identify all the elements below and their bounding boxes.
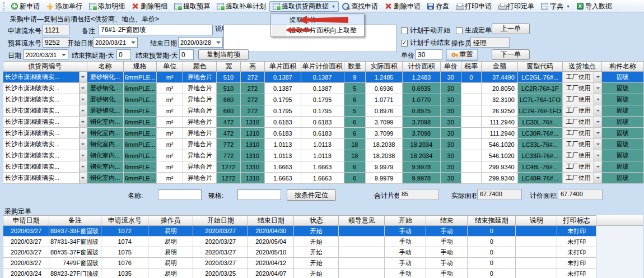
chevron-down-icon[interactable]	[594, 105, 601, 116]
copy-current-button[interactable]: 复制当前项	[198, 49, 249, 60]
cell-supplier[interactable]: 长沙市潇湘玻璃实...	[3, 173, 87, 184]
cell-width[interactable]: 472	[217, 128, 240, 139]
cell-note[interactable]	[516, 237, 557, 247]
cell-tax[interactable]	[461, 117, 482, 128]
cell-start[interactable]: 手动	[385, 258, 426, 268]
cell-qty[interactable]: 6	[344, 173, 366, 184]
cell-width[interactable]: 1272	[217, 161, 240, 173]
cell-color[interactable]: 异地合片	[183, 117, 217, 128]
next-order-button[interactable]: 下一单	[492, 49, 530, 60]
cell-unit-price[interactable]: 30	[440, 139, 461, 150]
toolbar-button-new-request[interactable]: 新申请	[8, 1, 43, 12]
cell-component[interactable]: 固玻	[602, 83, 644, 94]
cell-actual-area[interactable]: 3.7099	[366, 128, 403, 139]
cell-amount[interactable]: 20.8050	[482, 83, 517, 94]
cell-color[interactable]: 异地合片	[183, 139, 217, 150]
cell-remark[interactable]: 74#9F窗固玻	[49, 258, 101, 268]
unit-price-field[interactable]	[416, 49, 442, 60]
cell-component[interactable]: 固玻	[602, 117, 644, 128]
cell-spec[interactable]: 6mmPLE...	[123, 72, 156, 83]
cell-piece-area[interactable]: 1.0113	[265, 139, 301, 150]
cell-spec[interactable]: 6mmPLE...	[123, 117, 156, 128]
cell-tax[interactable]	[461, 94, 482, 105]
cell-remark[interactable]: 89#37-39F窗固玻	[49, 226, 101, 237]
cell-tax[interactable]: 0	[461, 72, 482, 83]
cell-end[interactable]: 手动	[426, 226, 468, 237]
cell-actual-area[interactable]: 9.9979	[366, 161, 403, 173]
cell-note[interactable]	[516, 258, 557, 268]
cell-tax[interactable]	[461, 150, 482, 161]
cell-name[interactable]: 磨砂钢化...	[87, 105, 123, 117]
generate-order-checkbox[interactable]: 生成定单	[456, 26, 492, 35]
chevron-down-icon[interactable]	[594, 94, 601, 105]
cell-unit[interactable]: m²	[157, 150, 183, 161]
cell-spec[interactable]: 6mmPLE...	[123, 83, 156, 94]
cell-unit-price[interactable]: 30	[440, 94, 461, 105]
column-header-apply-date[interactable]: 申请日期	[3, 216, 49, 226]
cell-width[interactable]: 510	[217, 83, 240, 94]
cell-unit[interactable]: m²	[157, 72, 183, 83]
cell-window-code[interactable]: LC7L-76#-1FO	[517, 94, 562, 105]
cell-width[interactable]: 772	[217, 150, 240, 161]
cell-end[interactable]: 手动	[426, 268, 468, 278]
column-header-end-date[interactable]: 结束日期	[248, 216, 294, 226]
cell-unit-price[interactable]: 30	[440, 105, 461, 117]
cell-spec[interactable]: 6mmPLE...	[123, 150, 156, 161]
cell-component[interactable]: 固玻	[602, 128, 644, 139]
cell-window-code[interactable]: LC2GL-76#...	[517, 72, 562, 83]
toolbar-button-extract-supplier-data[interactable]: 提取供货商数据▼	[269, 1, 339, 12]
cell-end[interactable]: 手动	[426, 247, 468, 258]
cell-supplier[interactable]: 长沙市潇湘玻璃实...	[3, 83, 87, 94]
cell-amount[interactable]: 546.1020	[482, 150, 517, 161]
column-header-delivery[interactable]: 送货地点	[562, 62, 601, 72]
table-row[interactable]: 长沙市潇湘玻璃实...钢化室内...6mmPLE...m²异地合片1272131…	[3, 173, 644, 184]
cell-priced-area[interactable]: 18.2034	[403, 139, 441, 150]
cell-apply-date[interactable]: 2020/03/27	[3, 226, 49, 237]
cell-unit[interactable]: m²	[157, 139, 183, 150]
cell-piece-priced-area[interactable]: 1.6663	[301, 173, 344, 184]
column-header-piece-priced-area[interactable]: 单片计价面积	[301, 62, 344, 72]
cell-piece-area[interactable]: 0.1387	[265, 83, 301, 94]
cell-tax[interactable]	[461, 161, 482, 173]
cell-end-delay[interactable]: 0	[468, 226, 516, 237]
cell-delivery[interactable]: 工厂使用	[562, 94, 601, 105]
cell-amount[interactable]: 299.9340	[482, 161, 517, 173]
cell-supplier[interactable]: 长沙市潇湘玻璃实...	[3, 72, 87, 83]
toolbar-button-print-order[interactable]: 打印定单	[495, 1, 538, 12]
cell-leader-opinion[interactable]	[339, 226, 385, 237]
cell-name[interactable]: 钢化室内...	[87, 173, 123, 184]
cell-actual-area[interactable]: 0.8976	[366, 105, 403, 117]
cell-qty[interactable]: 18	[344, 150, 366, 161]
cell-print-flag[interactable]: 未打印	[557, 247, 596, 258]
cell-print-flag[interactable]: 未打印	[557, 268, 596, 278]
cell-spec[interactable]: 6mmPLE...	[123, 94, 156, 105]
column-header-unit-price[interactable]: 单价	[440, 62, 461, 72]
cell-qty[interactable]: 6	[344, 117, 366, 128]
cell-window-code[interactable]: LC33R-76#...	[517, 150, 562, 161]
cell-component[interactable]: 固玻	[602, 94, 644, 105]
cell-unit-price[interactable]: 30	[440, 161, 461, 173]
cell-qty[interactable]: 5	[344, 83, 366, 94]
prev-order-button[interactable]: 上一单	[492, 24, 530, 34]
cell-supplier[interactable]: 长沙市潇湘玻璃实...	[3, 150, 87, 161]
toolbar-button-find-request[interactable]: 查找申请	[339, 1, 381, 12]
chevron-down-icon[interactable]	[79, 83, 87, 94]
cell-end[interactable]: 手动	[426, 258, 468, 268]
column-header-amount[interactable]: 金额	[482, 62, 517, 72]
cell-end-date[interactable]: 2020/05/04	[248, 237, 294, 247]
cell-unit-price[interactable]: 30	[440, 72, 461, 83]
cell-component[interactable]: 固玻	[602, 173, 644, 184]
cell-apply-no[interactable]: 1074	[101, 237, 148, 247]
remark-field[interactable]	[99, 25, 213, 35]
chevron-down-icon[interactable]	[79, 105, 87, 116]
cell-end-delay[interactable]: 0	[468, 237, 516, 247]
column-header-leader-opinion[interactable]: 领导意见	[339, 216, 385, 226]
cell-operator[interactable]: 易明	[148, 226, 193, 237]
toolbar-button-save[interactable]: 存盘	[424, 1, 452, 12]
toolbar-button-add-detail[interactable]: 添加明细	[86, 1, 128, 12]
cell-piece-area[interactable]: 1.6663	[265, 173, 301, 184]
cell-name[interactable]: 钢化室内...	[87, 161, 123, 173]
table-row[interactable]: 2020/03/2774#9F窗固玻1076易明2020/03/272020/0…	[3, 258, 596, 268]
chevron-down-icon[interactable]	[594, 83, 601, 94]
cell-end-date[interactable]: 2020/04/30	[248, 226, 294, 237]
